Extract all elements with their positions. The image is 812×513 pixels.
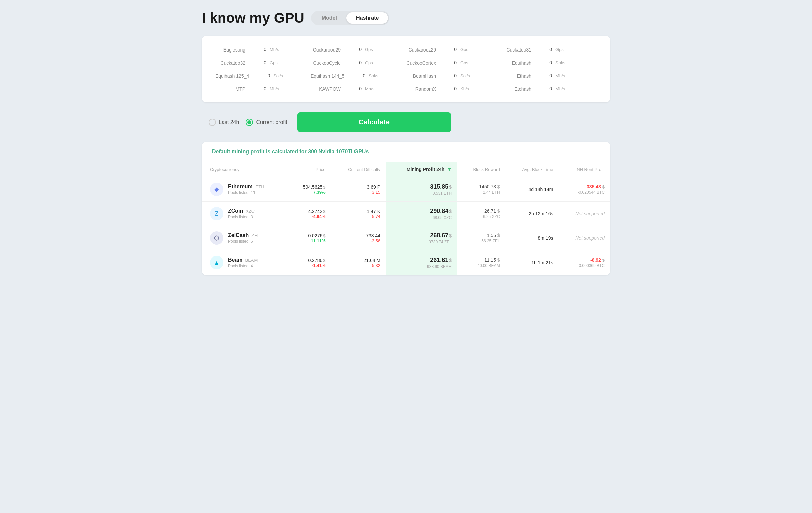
td-price: 594.5625$ 7.39% [288,177,331,202]
field-input-cuckarooz29[interactable] [438,46,458,53]
field-input-cuckatoo31[interactable] [533,46,553,53]
td-nh-rent: -385.48 $ -0.020544 BTC [559,177,610,202]
results-subtitle: Default mining profit is calculated for … [212,149,600,155]
field-label: BeamHash [406,73,436,79]
crypto-logo: ▲ [210,256,223,269]
td-profit: 315.85$ 0.531 ETH [386,177,457,202]
td-avg-block-time: 8m 19s [505,226,559,251]
calculate-button[interactable]: Calculate [297,112,451,132]
radio-current-profit[interactable]: Current profit [246,119,287,126]
field-input-eaglesong[interactable] [248,46,267,53]
crypto-name: ZelCash ZEL [228,232,260,238]
td-crypto-info: ◆ Ethereum ETH Pools listed: 11 [202,177,288,202]
crypto-logo: ⬡ [210,231,223,245]
hashrate-grid: Eaglesong Mh/s Cuckarood29 Gps Cuckarooz… [215,46,597,92]
field-unit: Gps [365,47,375,52]
hashrate-field-mtp: MTP Mh/s [215,85,311,92]
hashrate-field-cuckoocortex: CuckooCortex Gps [406,59,501,66]
mode-toggle: Model Hashrate [311,11,389,25]
field-label: Etchash [501,86,531,92]
th-cryptocurrency: Cryptocurrency [202,162,288,177]
hashrate-field-cuckoocycle: CuckooCycle Gps [311,59,406,66]
hashrate-field-cuckarooz29: Cuckarooz29 Gps [406,46,501,53]
td-crypto-info: ⬡ ZelCash ZEL Pools listed: 5 [202,226,288,251]
td-avg-block-time: 4d 14h 14m [505,177,559,202]
radio-last24h[interactable]: Last 24h [209,119,239,126]
td-price: 0.2786$ -1.41% [288,251,331,275]
hashrate-field-cuckatoo32: Cuckatoo32 Gps [215,59,311,66]
hashrate-field-etchash: Etchash Mh/s [501,85,597,92]
nh-rent-value: -385.48 $ [585,184,605,189]
hashrate-field-kawpow: KAWPOW Mh/s [311,85,406,92]
field-label: Equihash 125_4 [215,73,249,79]
field-label: Ethash [501,73,531,79]
pools-listed: Pools listed: 11 [228,190,264,195]
table-row: ▲ Beam BEAM Pools listed: 4 0.2786$ -1.4… [202,251,610,275]
field-label: CuckooCortex [406,60,436,65]
td-block-reward: 11.15 $ 40.00 BEAM [457,251,505,275]
field-unit: Sol/s [273,73,283,78]
field-label: CuckooCycle [311,60,341,65]
td-difficulty: 733.44 -3.56 [331,226,386,251]
mode-hashrate-button[interactable]: Hashrate [346,12,388,24]
hashrate-field-equihash: Equihash Sol/s [501,59,597,66]
table-row: ⬡ ZelCash ZEL Pools listed: 5 0.0276$ 11… [202,226,610,251]
mode-model-button[interactable]: Model [312,12,346,24]
td-block-reward: 1.55 $ 56.25 ZEL [457,226,505,251]
crypto-name: Beam BEAM [228,257,258,263]
th-price: Price [288,162,331,177]
field-label: Cuckarooz29 [406,47,436,53]
field-label: MTP [215,86,245,92]
field-input-ethash[interactable] [533,72,553,79]
field-label: Cuckatoo32 [215,60,245,65]
field-unit: Gps [460,47,470,52]
field-input-cuckarood29[interactable] [343,46,363,53]
td-nh-rent: -6.92 $ -0.000369 BTC [559,251,610,275]
field-unit: Gps [555,47,566,52]
field-input-beamhash[interactable] [438,72,458,79]
field-label: Cuckatoo31 [501,47,531,53]
field-input-etchash[interactable] [533,85,553,92]
pools-listed: Pools listed: 5 [228,239,260,244]
hashrate-field-eaglesong: Eaglesong Mh/s [215,46,311,53]
field-label: Cuckarood29 [311,47,341,53]
site-title: I know my GPU [202,10,304,26]
td-difficulty: 3.69 P 3.15 [331,177,386,202]
td-profit: 268.67$ 9730.74 ZEL [386,226,457,251]
radio-group: Last 24h Current profit [209,119,287,126]
field-input-cuckoocortex[interactable] [438,59,458,66]
field-input-mtp[interactable] [248,85,267,92]
td-avg-block-time: 1h 1m 21s [505,251,559,275]
field-input-kawpow[interactable] [343,85,363,92]
radio-last24h-circle [209,119,216,126]
field-label: Equihash 144_5 [311,73,345,79]
field-label: KAWPOW [311,86,341,92]
field-unit: Gps [269,60,280,65]
calc-row: Last 24h Current profit Calculate [202,112,610,132]
crypto-names: Beam BEAM Pools listed: 4 [228,257,258,268]
td-nh-rent: Not supported [559,226,610,251]
td-difficulty: 21.64 M -5.32 [331,251,386,275]
crypto-name: ZCoin XZC [228,208,255,214]
field-input-equihash125_4[interactable] [251,72,271,79]
crypto-logo: ◆ [210,182,223,196]
field-input-cuckatoo32[interactable] [248,59,267,66]
field-unit: Kh/s [460,86,470,91]
hashrate-field-ethash: Ethash Mh/s [501,72,597,79]
radio-current-profit-circle [246,119,253,126]
field-label: Eaglesong [215,47,245,53]
table-row: Z ZCoin XZC Pools listed: 3 4.2742$ -4.6… [202,202,610,226]
td-profit: 290.84$ 68.05 XZC [386,202,457,226]
th-profit[interactable]: Mining Profit 24h ▼ [386,162,457,177]
field-input-equihash144_5[interactable] [346,72,367,79]
td-block-reward: 26.71 $ 6.25 XZC [457,202,505,226]
field-input-randomx[interactable] [438,85,458,92]
td-crypto-info: ▲ Beam BEAM Pools listed: 4 [202,251,288,275]
field-input-equihash[interactable] [533,59,553,66]
field-unit: Mh/s [555,86,566,91]
crypto-table: Cryptocurrency Price Current Difficulty … [202,162,610,275]
field-input-cuckoocycle[interactable] [343,59,363,66]
pools-listed: Pools listed: 3 [228,215,255,219]
field-unit: Mh/s [269,86,280,91]
sort-arrow-icon: ▼ [447,167,452,172]
